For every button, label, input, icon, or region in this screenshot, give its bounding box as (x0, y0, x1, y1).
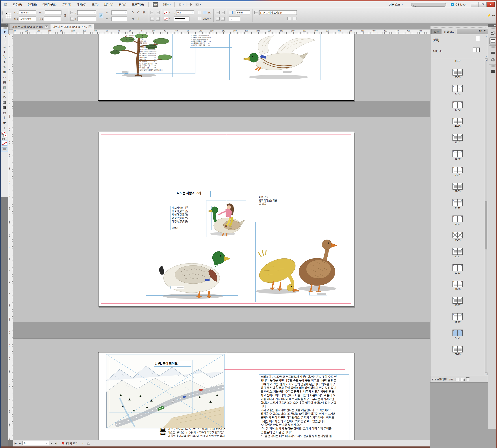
page-tool[interactable]: ▯ (1, 39, 8, 44)
drop-shadow-button[interactable] (203, 11, 207, 14)
screen-mode-tool-button[interactable] (2, 147, 7, 151)
masters-scroll-down-icon[interactable]: ∨ (485, 55, 487, 57)
spread-item[interactable]: A A 54-55 (431, 193, 485, 209)
first-page-button[interactable]: |◀ (13, 442, 18, 445)
direct-selection-tool[interactable]: ➤ (1, 34, 8, 39)
spread-thumbnail[interactable]: A A (452, 69, 463, 76)
quick-apply-icon[interactable]: ⚡ (486, 14, 492, 18)
rectangle-tool[interactable]: ▭ (1, 75, 8, 80)
distribute-v-icon[interactable] (156, 17, 160, 20)
zoom-level-dropdown[interactable]: 75% ▾ (161, 3, 173, 6)
transparency-icon[interactable] (198, 17, 202, 20)
panel-grip[interactable] (1, 10, 3, 22)
previous-page-button[interactable]: ◀ (18, 442, 22, 445)
spread-thumbnail[interactable]: A A (452, 183, 463, 190)
color-panel-icon[interactable] (489, 56, 497, 64)
spread-thumbnail[interactable]: A A (452, 85, 463, 92)
spread-thumbnail[interactable]: A A (452, 313, 463, 320)
girl-duck-frame[interactable] (206, 201, 246, 237)
spread-36-37[interactable]: 9-2. 이상한 현상─────────849-3. 양주 오리────────… (98, 34, 354, 101)
last-page-button[interactable]: ▶| (54, 442, 58, 445)
edit-page-size-icon[interactable] (456, 378, 459, 381)
corner-shape-combo[interactable]: ¬⌄ (229, 16, 240, 21)
chapter-title-frame[interactable]: 1. 봄, 봄이 왔어요! (154, 361, 191, 367)
spread-thumbnail[interactable]: A A (452, 264, 463, 271)
w-stepper[interactable]: ▲▼ (43, 11, 44, 14)
pages-panel-grip[interactable] (432, 27, 486, 28)
scissors-tool[interactable]: ✂ (1, 90, 8, 95)
collapse-status-icon[interactable]: ‹ (92, 442, 96, 445)
toc-text-frame[interactable]: 9-2. 이상한 현상─────────849-3. 양주 오리────────… (125, 34, 195, 74)
eyedropper-tool[interactable]: ✎ (1, 115, 8, 120)
frame-tool[interactable]: ⊠ (1, 70, 8, 75)
page-number-field[interactable]: 8 ⌄ (22, 441, 49, 445)
pen-tool[interactable]: ✒ (1, 59, 8, 64)
spread-item[interactable]: A A 46-47 (431, 128, 485, 144)
rotate-cw-button[interactable]: ↻ (131, 11, 134, 14)
tab-close-icon[interactable]: × (89, 25, 91, 28)
scale-y-stepper[interactable]: ▲▼ (75, 17, 76, 20)
reference-point-proxy[interactable] (4, 9, 13, 22)
preflight-menu-icon[interactable]: ▾ (81, 442, 85, 445)
menu-item[interactable]: 표(A) (89, 1, 101, 8)
fill-stroke-swatches[interactable] (1, 131, 8, 138)
spread-thumbnail[interactable]: A A (452, 118, 463, 124)
title-frame[interactable]: 나오는 사람과 오리 (175, 191, 211, 197)
document-canvas[interactable]: 9-2. 이상한 현상─────────849-3. 양주 오리────────… (13, 34, 430, 440)
height-field[interactable] (44, 16, 61, 21)
scroll-down-icon[interactable]: ▼ (485, 372, 488, 375)
monster-list-frame[interactable]: 바위 괴물뱀파이어(뱀) 괴물물 괴물 (258, 195, 292, 214)
menu-item[interactable]: 편집(E) (25, 1, 40, 8)
stroke-weight-combo[interactable]: 0pt⌄ (176, 10, 194, 15)
view-options-button[interactable]: ▾ (178, 3, 183, 6)
menu-item[interactable]: 개체(O) (74, 1, 89, 8)
offset-stepper[interactable]: ▲▼ (233, 11, 235, 14)
formatting-text-icon[interactable]: T (5, 138, 7, 141)
arrange-documents-button[interactable]: ▾ (195, 3, 201, 6)
pencil-tool[interactable]: ✏ (1, 64, 8, 70)
delete-spread-icon[interactable] (467, 378, 469, 381)
control-panel-menu-icon[interactable]: ▾≡ (492, 14, 496, 17)
formatting-container-icon[interactable] (2, 138, 5, 140)
dock-collapse[interactable]: ◀◀ (488, 24, 497, 27)
links-panel-icon[interactable] (489, 30, 497, 37)
scale-x-combo[interactable]: ⌄ (77, 10, 96, 15)
spread-item[interactable]: A A 44-45 (431, 112, 485, 128)
close-button[interactable]: ✕ (487, 2, 495, 7)
tools-panel-grip[interactable] (2, 27, 7, 29)
tab-close-icon[interactable]: × (45, 25, 48, 28)
spread-thumbnail[interactable]: A A (452, 281, 463, 287)
bridge-button[interactable]: Br (153, 2, 158, 7)
spread-item[interactable]: A A 50-51 (431, 160, 485, 177)
vertical-ruler[interactable]: 4202468101214161820222426280246810121416… (8, 34, 13, 440)
spread-item[interactable]: A A 60-61 (431, 242, 485, 258)
toc-right-frame[interactable]: 22. 사체와의 오락 장소──────53223. 오보차류 좌고 큰 죄의 … (190, 34, 232, 48)
master-a-right-icon[interactable] (476, 48, 480, 52)
spread-item[interactable]: A A 42-43 (431, 95, 485, 112)
caption-box[interactable] (170, 286, 184, 289)
rotation-combo[interactable]: ⌄ (112, 16, 127, 21)
y-position-field[interactable]: 148.5mm (19, 16, 36, 21)
spread-item[interactable]: A A 68-69 (431, 307, 485, 323)
note-tool[interactable]: ▤ (1, 110, 8, 115)
spread-thumbnail[interactable]: A A (452, 150, 463, 157)
document-tab-inactive[interactable]: 글 쓰는 방법.indd @ 200% × (9, 24, 50, 30)
dock-grip[interactable] (490, 65, 496, 67)
fill-swatch-none[interactable] (164, 11, 168, 14)
break-link-style-icon[interactable] (293, 17, 297, 20)
workspace-switcher[interactable]: 기본 요소 ▾ (386, 2, 405, 7)
wrap-jump-icon[interactable] (221, 17, 225, 20)
stroke-swatch-none[interactable] (164, 17, 168, 20)
spread-item[interactable]: A A 48-49 (431, 144, 485, 160)
restore-button[interactable]: ❐ (479, 2, 487, 7)
spread-item[interactable]: A A 64-65 (431, 274, 485, 291)
shear-stepper[interactable]: ▲▼ (110, 11, 111, 14)
pages-panel-icon[interactable] (489, 37, 497, 45)
master-none-icon[interactable] (476, 36, 480, 41)
effects-button[interactable]: fx. (208, 11, 211, 14)
rotate-ccw-button[interactable]: ↺ (137, 11, 140, 14)
scroll-up-icon[interactable]: ▲ (485, 58, 488, 61)
spread-item[interactable]: A A 36-37 (431, 58, 485, 63)
hand-tool[interactable]: ☛ (1, 120, 8, 125)
selection-tool[interactable]: ➤ (1, 29, 8, 34)
